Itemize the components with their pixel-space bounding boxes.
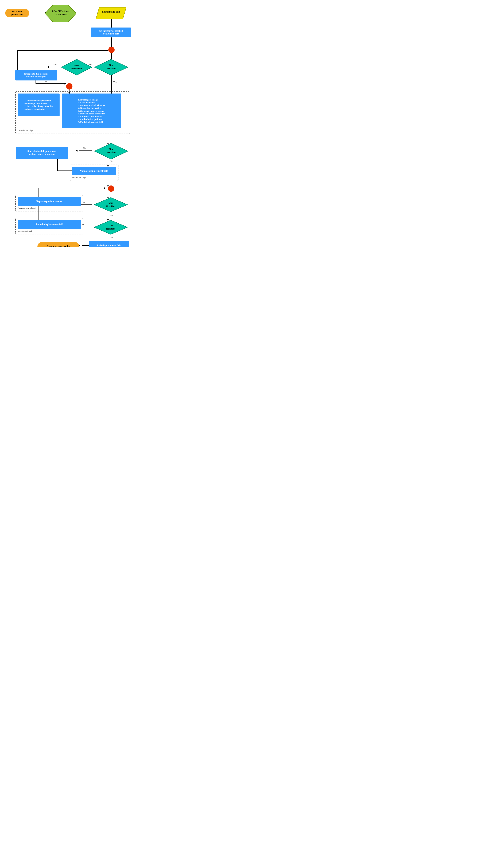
svg-text:iteration: iteration [107, 67, 115, 70]
svg-text:No: No [45, 80, 48, 83]
mesh-refinement-diamond: Mesh refinement [61, 59, 92, 76]
svg-marker-35 [76, 150, 77, 151]
svg-text:Yes: Yes [53, 63, 57, 66]
set-intensity-node: Set intensity at masked locations to zer… [91, 27, 131, 37]
correlation-dashed-box: 1. Interpolate displacement onto image c… [15, 91, 130, 134]
interpolate-grid-rect: Interpolate displacement onto the refine… [15, 70, 57, 81]
replacement-dashed-node: Replace spurious vectors Replacement obj… [15, 195, 83, 211]
sum-displacement-rect: Sum obtained displacement with previous … [16, 147, 68, 159]
load-image-node: Load image pair [96, 7, 126, 20]
scale-disp-node: Scale displacement field [89, 241, 129, 247]
svg-text:iteration: iteration [107, 151, 115, 154]
first-iter2-node: First iteration [94, 143, 128, 160]
load-image-para-svg: Load image pair [96, 7, 126, 19]
svg-text:First: First [109, 148, 114, 151]
svg-text:Mesh: Mesh [74, 64, 80, 67]
svg-marker-71 [96, 7, 126, 19]
svg-text:No: No [83, 147, 86, 149]
start-node: Start PIV processing [5, 9, 29, 17]
svg-text:2. Load mask: 2. Load mask [54, 13, 68, 16]
svg-marker-22 [64, 83, 66, 84]
replacement-dashed-box: Replace spurious vectors Replacement obj… [15, 195, 83, 211]
replace-vectors-rect: Replace spurious vectors [18, 197, 81, 206]
settings-node: 1. Set PIV settings 2. Load mask [45, 5, 76, 23]
settings-hex-svg: 1. Set PIV settings 2. Load mask [45, 5, 76, 22]
flowchart: No Yes Yes No No [3, 3, 139, 244]
sum-displacement-node: Sum obtained displacement with previous … [16, 147, 68, 159]
replacement-label: Replacement object [18, 207, 81, 209]
correlation-label: Correlation object [18, 129, 128, 132]
svg-text:1. Set PIV settings: 1. Set PIV settings [52, 10, 70, 12]
circle1 [108, 47, 114, 53]
smooth-rect: Smooth displacement field [18, 220, 81, 229]
smooth-label: Smoothn object [18, 230, 81, 232]
scale-disp-rect: Scale displacement field [89, 241, 129, 247]
save-export-oval: Save or export results [37, 242, 79, 247]
svg-marker-17 [47, 66, 49, 68]
svg-text:Load image pair: Load image pair [102, 10, 120, 13]
interpolate-block-rect: 1. Interpolate displacement onto image c… [18, 94, 60, 116]
last-iter-node: Last iteration [94, 220, 128, 235]
svg-text:Yes: Yes [110, 214, 113, 217]
svg-text:Max: Max [108, 202, 113, 204]
set-intensity-rect: Set intensity at masked locations to zer… [91, 27, 131, 37]
svg-text:Yes: Yes [113, 81, 117, 83]
svg-text:refinement: refinement [71, 67, 82, 70]
last-iter-diamond: Last iteration [94, 220, 128, 235]
circle2-node [66, 83, 72, 90]
svg-text:Yes: Yes [110, 236, 113, 239]
max-iter-node: Max iteration [94, 197, 128, 213]
first-iter2-diamond: First iteration [94, 143, 128, 160]
correlation-steps-rect: 1. Interrogate images 2. Stack windows 3… [62, 94, 121, 129]
max-iter-diamond: Max iteration [94, 197, 128, 212]
circle3-node [108, 185, 114, 193]
validation-dashed-box: Validate displacement field Validation o… [70, 164, 119, 181]
smooth-dashed-node: Smooth displacement field Smoothn object [15, 218, 83, 234]
svg-text:iteration: iteration [106, 228, 115, 230]
first-iter1-node: First iteration [94, 59, 128, 76]
interpolate-grid-node: Interpolate displacement onto the refine… [15, 70, 57, 81]
circle2 [66, 83, 72, 89]
validation-label: Validation object [72, 176, 116, 179]
svg-text:Last: Last [109, 224, 113, 227]
svg-text:First: First [109, 64, 114, 67]
start-oval: Start PIV processing [5, 9, 29, 17]
correlation-dashed-node: 1. Interpolate displacement onto image c… [15, 91, 130, 134]
svg-marker-85 [94, 220, 127, 234]
smooth-dashed-box: Smooth displacement field Smoothn object [15, 218, 83, 234]
validation-dashed-node: Validate displacement field Validation o… [70, 164, 119, 181]
svg-marker-52 [104, 187, 106, 189]
mesh-refinement-node: Mesh refinement [61, 59, 92, 76]
first-iter1-diamond: First iteration [94, 59, 128, 76]
svg-text:iteration: iteration [106, 205, 115, 207]
validate-rect: Validate displacement field [72, 167, 116, 175]
circle3 [108, 185, 114, 192]
circle1-node [108, 47, 114, 54]
save-export-node: Save or export results [37, 242, 79, 247]
svg-text:Yes: Yes [110, 160, 113, 162]
svg-marker-82 [94, 197, 127, 212]
